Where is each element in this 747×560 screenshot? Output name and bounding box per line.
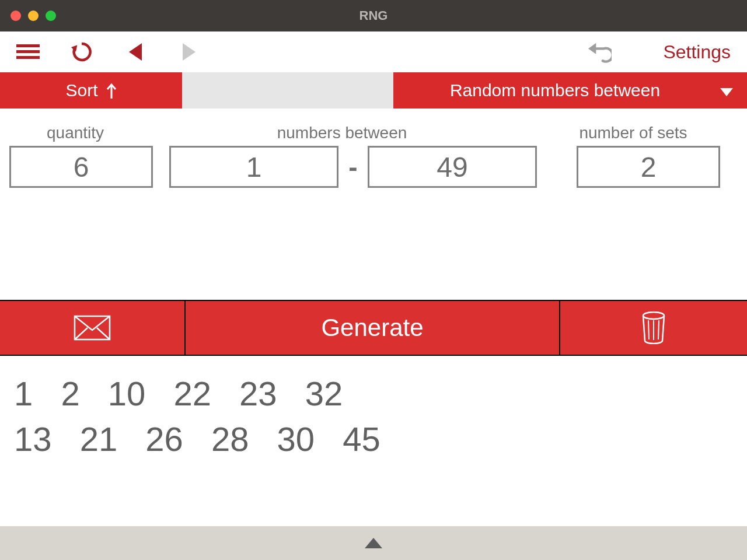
quantity-label: quantity (9, 124, 155, 142)
result-set-2: 13 21 26 28 30 45 (14, 416, 733, 462)
reload-icon (70, 40, 93, 64)
result-number: 1 (14, 371, 33, 416)
arrow-up-icon (106, 82, 117, 99)
top-toolbar: Settings (0, 32, 747, 72)
sort-button[interactable]: Sort (0, 72, 182, 108)
max-input[interactable]: 49 (368, 146, 537, 188)
window-titlebar: RNG (0, 0, 747, 32)
minimize-window-button[interactable] (28, 10, 39, 21)
svg-marker-8 (720, 88, 733, 96)
svg-line-15 (658, 320, 659, 340)
settings-link[interactable]: Settings (663, 41, 731, 63)
trash-button[interactable] (560, 301, 747, 355)
close-window-button[interactable] (11, 10, 21, 21)
svg-marker-4 (129, 43, 142, 61)
min-input[interactable]: 1 (169, 146, 338, 188)
input-fields-row: 6 1 - 49 2 (9, 146, 738, 188)
svg-point-12 (643, 312, 664, 319)
generate-label: Generate (321, 314, 423, 342)
result-number: 23 (239, 371, 277, 416)
between-label: numbers between (155, 124, 529, 142)
mode-dropdown[interactable]: Random numbers between (393, 72, 747, 108)
undo-button[interactable] (588, 40, 612, 64)
generate-button[interactable]: Generate (186, 301, 560, 355)
segment-blank (182, 72, 393, 108)
svg-marker-16 (365, 538, 382, 548)
bottom-drawer-handle[interactable] (0, 526, 747, 560)
mode-label: Random numbers between (450, 80, 660, 100)
action-bar: Generate (0, 300, 747, 356)
svg-rect-2 (16, 56, 40, 59)
mail-button[interactable] (0, 301, 186, 355)
caret-down-icon (720, 80, 733, 100)
menu-button[interactable] (16, 40, 40, 64)
result-number: 22 (173, 371, 211, 416)
back-button[interactable] (124, 40, 147, 64)
svg-line-13 (648, 320, 649, 340)
input-labels-row: quantity numbers between number of sets (9, 114, 738, 142)
quantity-input[interactable]: 6 (9, 146, 153, 188)
traffic-lights (11, 10, 56, 21)
result-number: 21 (80, 416, 118, 462)
result-number: 10 (108, 371, 146, 416)
undo-icon (588, 40, 612, 64)
sort-label: Sort (65, 80, 97, 100)
zoom-window-button[interactable] (46, 10, 56, 21)
segment-bar: Sort Random numbers between (0, 72, 747, 108)
sets-label: number of sets (529, 124, 738, 142)
mail-icon (74, 315, 111, 341)
trash-icon (641, 312, 666, 344)
sets-input[interactable]: 2 (577, 146, 720, 188)
result-number: 45 (343, 416, 381, 462)
menu-icon (16, 44, 40, 60)
svg-marker-5 (183, 43, 196, 61)
svg-marker-6 (588, 43, 596, 54)
inputs-section: quantity numbers between number of sets … (0, 108, 747, 188)
triangle-right-icon (183, 43, 196, 61)
svg-line-11 (97, 328, 110, 340)
result-number: 26 (145, 416, 183, 462)
result-number: 28 (211, 416, 249, 462)
result-number: 13 (14, 416, 52, 462)
svg-rect-0 (16, 44, 40, 47)
results-area: 1 2 10 22 23 32 13 21 26 28 30 45 (0, 356, 747, 478)
result-number: 32 (305, 371, 343, 416)
result-number: 30 (277, 416, 315, 462)
triangle-left-icon (129, 43, 142, 61)
triangle-up-icon (365, 538, 382, 548)
reload-button[interactable] (70, 40, 93, 64)
result-set-1: 1 2 10 22 23 32 (14, 371, 733, 416)
result-number: 2 (61, 371, 79, 416)
svg-line-10 (75, 328, 88, 340)
forward-button[interactable] (177, 40, 201, 64)
window-title: RNG (359, 8, 388, 23)
svg-rect-1 (16, 50, 40, 53)
range-dash: - (338, 151, 368, 183)
